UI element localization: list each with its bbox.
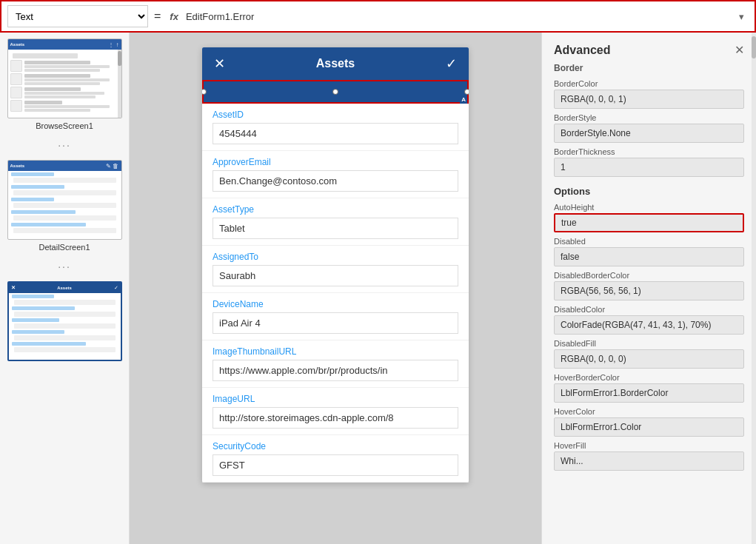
border-section: Border BorderColor RGBA(0, 0, 0, 1) Bord… (554, 63, 744, 177)
handle-center[interactable] (332, 89, 338, 95)
form-field-label-assignedto: AssignedTo (213, 252, 458, 262)
form-header: ✕ Assets ✓ (202, 47, 469, 80)
detail-row-label-1 (11, 172, 54, 176)
browse-screen-thumbnail: Assets ⋮ ↑ (7, 38, 122, 118)
form-field-label-securitycode: SecurityCode (213, 441, 458, 451)
browse-row-3 (10, 87, 119, 98)
prop-borderthickness: BorderThickness 1 (554, 147, 744, 177)
detail-row-label-5 (11, 223, 87, 226)
prop-label-bordercolor: BorderColor (554, 79, 744, 88)
prop-value-disabledbordercolor[interactable]: RGBA(56, 56, 56, 1) (554, 281, 744, 300)
form-field-label-devicename: DeviceName (213, 299, 458, 309)
detail-row-label-2 (11, 185, 65, 189)
prop-autoheight: AutoHeight true (554, 203, 744, 232)
prop-disabled: Disabled false (554, 237, 744, 266)
prop-borderstyle: BorderStyle BorderStyle.None (554, 113, 744, 143)
handle-left[interactable] (202, 89, 207, 95)
form-field-input-imageurl[interactable] (213, 407, 458, 429)
browse-thumb-icons: ⋮ ↑ (108, 41, 118, 48)
browse-thumb-title: Assets (10, 42, 25, 47)
equals-sign: = (153, 10, 162, 23)
prop-hoverfill: HoverFill Whi... (554, 441, 744, 471)
prop-value-hoverfill[interactable]: Whi... (554, 451, 744, 471)
form-field-approveremail: ApproverEmail (202, 151, 469, 198)
prop-value-borderstyle[interactable]: BorderStyle.None (554, 124, 744, 143)
browse-screen-label: BrowseScreen1 (36, 121, 93, 130)
prop-value-bordercolor[interactable]: RGBA(0, 0, 0, 1) (554, 90, 744, 109)
form-field-input-assignedto[interactable] (213, 265, 458, 286)
prop-value-autoheight[interactable]: true (554, 213, 744, 232)
form-check-button[interactable]: ✓ (446, 56, 457, 72)
browse-row-4 (10, 100, 119, 112)
prop-label-hovercolor: HoverColor (554, 407, 744, 416)
handle-right[interactable] (464, 89, 469, 95)
dots-label-1: ··· (58, 139, 71, 151)
prop-value-disabledcolor[interactable]: ColorFade(RGBA(47, 41, 43, 1), 70%) (554, 315, 744, 335)
form-field-assignedto: AssignedTo (202, 246, 469, 293)
form-field-label-assetid: AssetID (213, 110, 458, 120)
formula-dropdown-arrow[interactable]: ▾ (734, 5, 749, 27)
form-field-input-approveremail[interactable] (213, 170, 458, 192)
form-field-input-devicename[interactable] (213, 312, 458, 334)
detail-thumb-title: Assets (10, 164, 25, 168)
form-field-devicename: DeviceName (202, 293, 469, 340)
options-section: Options AutoHeight true Disabled false D… (554, 186, 744, 471)
form-field-input-securitycode[interactable] (213, 454, 458, 476)
browse-row-1 (10, 60, 119, 72)
detail-row-label-4 (11, 210, 76, 214)
browse-row-2 (10, 73, 119, 85)
prop-value-disabledfill[interactable]: RGBA(0, 0, 0, 0) (554, 349, 744, 369)
form-field-imageurl: ImageURL (202, 388, 469, 435)
edit-thumb-check: ✓ (114, 285, 118, 291)
detail-screen-item[interactable]: Assets ✎ 🗑 DetailScreen1 (0, 154, 129, 258)
prop-value-borderthickness[interactable]: 1 (554, 158, 744, 177)
dots-separator-1: ··· (0, 136, 129, 154)
edit-row-label-5 (12, 342, 86, 346)
prop-label-borderstyle: BorderStyle (554, 113, 744, 122)
prop-value-disabled[interactable]: false (554, 247, 744, 266)
browse-thumb-header: Assets ⋮ ↑ (8, 39, 121, 50)
detail-screen-thumbnail: Assets ✎ 🗑 (7, 160, 122, 240)
prop-label-hoverbordercolor: HoverBorderColor (554, 373, 744, 382)
form-body: AssetID ApproverEmail AssetType Assigned… (202, 104, 469, 483)
detail-screen-label: DetailScreen1 (39, 243, 90, 252)
advanced-header: Advanced ✕ (542, 33, 756, 63)
prop-value-hoverbordercolor[interactable]: LblFormError1.BorderColor (554, 383, 744, 403)
edit-screen-item[interactable]: ✕ Assets ✓ (0, 275, 129, 367)
edit-row-label-3 (12, 318, 59, 322)
form-field-assetid: AssetID (202, 104, 469, 151)
options-title: Options (554, 186, 744, 197)
browse-row-1-title (24, 61, 91, 64)
edit-row-label-1 (12, 295, 54, 298)
advanced-panel: Advanced ✕ Border BorderColor RGBA(0, 0,… (541, 33, 756, 544)
browse-screen-item[interactable]: Assets ⋮ ↑ (0, 33, 129, 136)
form-field-label-assettype: AssetType (213, 204, 458, 215)
form-close-button[interactable]: ✕ (214, 56, 225, 72)
prop-label-disabled: Disabled (554, 237, 744, 246)
browse-row-search (13, 53, 78, 58)
advanced-body: Border BorderColor RGBA(0, 0, 0, 1) Bord… (542, 63, 756, 544)
form-field-input-assettype[interactable] (213, 218, 458, 239)
prop-disabledcolor: DisabledColor ColorFade(RGBA(47, 41, 43,… (554, 305, 744, 335)
formula-input[interactable] (186, 5, 729, 27)
formula-bar: Text Fill Color BorderColor Visible = fx… (0, 0, 756, 33)
prop-hoverbordercolor: HoverBorderColor LblFormError1.BorderCol… (554, 373, 744, 403)
advanced-scrollbar-track (752, 33, 756, 544)
property-select[interactable]: Text Fill Color BorderColor Visible (7, 5, 148, 27)
advanced-close-button[interactable]: ✕ (735, 43, 744, 57)
advanced-scrollbar-thumb (752, 36, 756, 58)
prop-label-borderthickness: BorderThickness (554, 147, 744, 156)
form-field-input-imagethumbnailurl[interactable] (213, 360, 458, 381)
selected-text-element[interactable]: A (202, 80, 469, 104)
prop-value-hovercolor[interactable]: LblFormError1.Color (554, 417, 744, 437)
main-area: Assets ⋮ ↑ (0, 33, 756, 544)
selection-handles: A (204, 81, 467, 102)
edit-thumb-close: ✕ (11, 285, 16, 291)
prop-label-disabledbordercolor: DisabledBorderColor (554, 271, 744, 280)
browse-scrollbar (118, 50, 121, 118)
browse-row-1-sub (24, 65, 110, 68)
form-field-imagethumbnailurl: ImageThumbnailURL (202, 340, 469, 388)
form-field-assettype: AssetType (202, 198, 469, 246)
form-field-input-assetid[interactable] (213, 123, 458, 144)
prop-label-disabledfill: DisabledFill (554, 339, 744, 348)
